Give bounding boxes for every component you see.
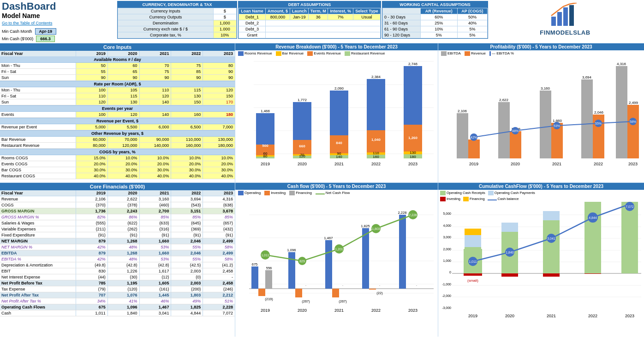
svg-text:2021: 2021	[334, 162, 344, 166]
cumulative-cashflow-header: Cumulative CashFlow ($'000) - 5 Years to…	[438, 183, 644, 190]
svg-rect-41	[404, 66, 422, 125]
svg-rect-70	[616, 66, 627, 158]
model-name: Model Name	[2, 12, 117, 20]
svg-text:70: 70	[300, 153, 304, 157]
svg-text:2022: 2022	[594, 162, 603, 166]
svg-rect-112	[362, 228, 369, 289]
svg-text:2,228: 2,228	[409, 213, 417, 217]
svg-text:500: 500	[262, 144, 268, 148]
toc-link[interactable]: Go to the Table of Contents	[2, 21, 117, 25]
svg-text:2021: 2021	[334, 308, 344, 313]
core-financials-header: Core Financials ($'000)	[0, 183, 235, 190]
svg-rect-0	[551, 17, 556, 26]
svg-rect-161	[501, 273, 518, 277]
svg-text:-2,000: -2,000	[442, 294, 451, 297]
svg-text:3,000: 3,000	[443, 236, 451, 239]
svg-text:2023: 2023	[628, 162, 638, 166]
svg-rect-3	[569, 5, 574, 26]
svg-text:1,772: 1,772	[298, 98, 307, 102]
svg-rect-12	[256, 113, 274, 145]
svg-text:(219): (219)	[265, 297, 273, 301]
svg-text:1,467: 1,467	[324, 236, 333, 240]
min-cash-value: 666.3	[36, 36, 55, 42]
svg-text:55%: 55%	[595, 122, 602, 125]
svg-rect-168	[621, 202, 638, 273]
svg-text:2,499: 2,499	[629, 101, 638, 105]
min-cash-month-value: Apr-19	[35, 28, 57, 35]
svg-text:53%: 53%	[554, 124, 560, 127]
revenue-chart-header: Revenue Breakdown ($'000) - 5 Years to D…	[235, 43, 438, 50]
svg-text:556: 556	[266, 266, 272, 270]
svg-text:180: 180	[410, 155, 416, 159]
svg-text:840: 840	[336, 141, 342, 145]
currency-section-header: CURRENCY, DENOMINATOR & TAX	[118, 1, 237, 8]
svg-text:675: 675	[252, 262, 258, 266]
svg-text:3,160: 3,160	[541, 86, 550, 91]
profitability-chart: 2,106 879 2,622 1,268 3,160 1,660	[438, 57, 644, 182]
svg-text:-3,000: -3,000	[442, 306, 451, 309]
svg-text:2019: 2019	[468, 314, 477, 318]
svg-text:4,000: 4,000	[443, 224, 451, 227]
svg-text:2022: 2022	[588, 314, 597, 318]
svg-rect-97	[265, 270, 272, 289]
svg-text:(267): (267)	[302, 299, 310, 303]
svg-text:2021: 2021	[547, 314, 556, 318]
svg-rect-17	[293, 102, 311, 140]
svg-rect-160	[501, 223, 518, 232]
svg-text:2019: 2019	[469, 162, 478, 166]
fiscal-year-label-ci: Fiscal Year	[1, 51, 23, 56]
min-cash-label: Min Cash ($'000)	[2, 36, 33, 41]
svg-text:2,000: 2,000	[443, 248, 451, 251]
svg-rect-101	[295, 289, 302, 297]
svg-rect-58	[498, 102, 510, 158]
svg-rect-96	[251, 266, 258, 289]
svg-rect-25	[330, 91, 348, 135]
svg-text:2020: 2020	[511, 162, 520, 166]
svg-rect-158	[465, 229, 481, 235]
svg-text:130: 130	[410, 151, 416, 155]
svg-rect-2	[563, 7, 568, 26]
svg-text:(22): (22)	[376, 291, 383, 295]
svg-text:829: 829	[299, 260, 305, 263]
svg-text:1,000: 1,000	[443, 259, 451, 262]
svg-rect-59	[510, 131, 521, 158]
cashflow-chart-header: Cash flow ($'000) - 5 Years to December …	[235, 183, 438, 190]
svg-text:2019: 2019	[261, 162, 270, 166]
svg-text:160: 160	[373, 155, 379, 159]
svg-text:1,840: 1,840	[506, 251, 514, 254]
svg-rect-116	[399, 215, 406, 289]
svg-text:2,046: 2,046	[594, 110, 604, 115]
svg-text:2,746: 2,746	[408, 62, 418, 66]
svg-text:140: 140	[336, 155, 342, 159]
svg-rect-163	[543, 211, 560, 220]
svg-text:2,106: 2,106	[458, 109, 467, 113]
debt-section-header: DEBT ASSUMPTIONS	[239, 1, 381, 8]
svg-rect-106	[332, 289, 339, 297]
svg-rect-54	[457, 113, 468, 158]
profitability-chart-header: Profitability ($'000) - 5 Years to Decem…	[438, 43, 644, 50]
svg-text:1,260: 1,260	[408, 136, 418, 140]
svg-text:2,228: 2,228	[398, 211, 407, 215]
svg-text:1,011: 1,011	[261, 254, 269, 257]
svg-rect-156	[465, 235, 481, 247]
svg-text:2022: 2022	[371, 308, 381, 313]
svg-text:(267): (267)	[339, 299, 347, 303]
svg-text:2020: 2020	[298, 308, 307, 313]
min-cash-month-label: Min Cash Month	[2, 29, 32, 34]
svg-text:(small): (small)	[467, 278, 478, 283]
cumulative-cashflow-chart: 5,000 4,000 3,000 2,000 1,000 0 -1,000 -…	[438, 202, 644, 336]
svg-text:2021: 2021	[552, 162, 561, 166]
svg-text:1,040: 1,040	[371, 138, 381, 142]
svg-text:-: -	[379, 283, 381, 287]
svg-text:0: 0	[449, 271, 451, 274]
svg-text:1,466: 1,466	[261, 109, 270, 113]
svg-text:4,316: 4,316	[617, 62, 626, 66]
svg-rect-71	[627, 105, 639, 158]
svg-text:1,201: 1,201	[335, 248, 343, 251]
svg-text:3,041: 3,041	[547, 237, 555, 240]
svg-text:1,803: 1,803	[372, 227, 380, 230]
finmodelslab-logo-icon	[549, 3, 581, 28]
svg-text:1,825: 1,825	[361, 224, 370, 228]
finmodelslab-text: FINMODELSLAB	[540, 29, 590, 36]
svg-text:2022: 2022	[371, 162, 381, 166]
